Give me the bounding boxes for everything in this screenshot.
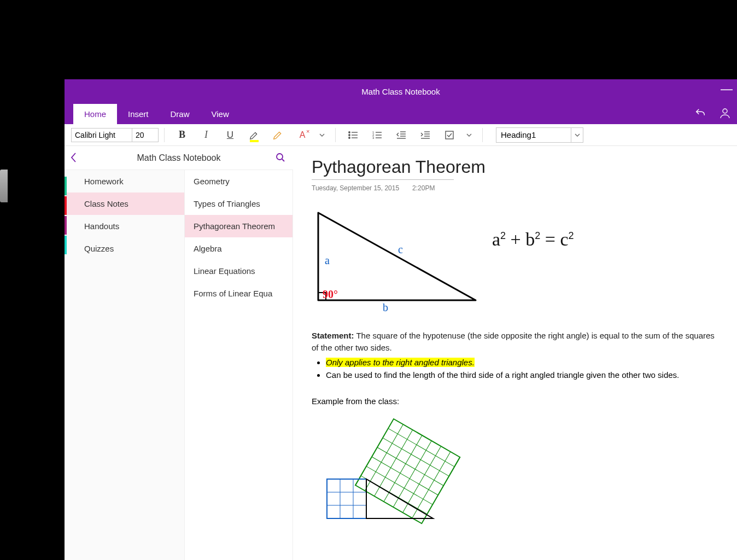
highlighted-text: Only applies to the right angled triangl… bbox=[326, 358, 475, 367]
triangle-label-b: b bbox=[383, 301, 388, 314]
font-more-dropdown[interactable] bbox=[317, 125, 327, 145]
font-name-selector[interactable]: Calibri Light bbox=[71, 128, 132, 142]
paragraph-more-dropdown[interactable] bbox=[464, 125, 475, 145]
svg-rect-38 bbox=[327, 479, 366, 518]
triangle-label-c: c bbox=[398, 243, 403, 256]
bullet-item[interactable]: Can be used to find the length of the th… bbox=[326, 369, 718, 381]
section-tab-color[interactable] bbox=[65, 216, 67, 235]
example-label: Example from the class: bbox=[312, 396, 718, 406]
section-item[interactable]: Homework bbox=[65, 170, 184, 192]
note-time: 2:20PM bbox=[412, 184, 435, 192]
decrease-indent-button[interactable] bbox=[391, 125, 411, 145]
page-item[interactable]: Geometry bbox=[185, 170, 293, 192]
statement-text[interactable]: Statement: The square of the hypotenuse … bbox=[312, 330, 718, 354]
underline-button[interactable]: U bbox=[220, 125, 240, 145]
svg-rect-21 bbox=[446, 131, 453, 139]
account-button[interactable] bbox=[718, 107, 732, 122]
ribbon-tabs: Home Insert Draw View bbox=[65, 103, 737, 124]
svg-rect-25 bbox=[355, 419, 460, 523]
increase-indent-button[interactable] bbox=[416, 125, 435, 145]
todo-tag-button[interactable] bbox=[440, 125, 459, 145]
bulleted-list-button[interactable] bbox=[343, 125, 363, 145]
page-item[interactable]: Forms of Linear Equa bbox=[185, 282, 293, 305]
svg-point-1 bbox=[349, 131, 350, 132]
ribbon: Calibri Light 20 B I U A× bbox=[65, 124, 737, 146]
navigator-title: Math Class Notebook bbox=[137, 153, 221, 163]
section-color-tabs bbox=[65, 177, 67, 254]
triangle-drawing: a b c 90° a2 + b2 = c2 bbox=[312, 207, 718, 322]
italic-button[interactable]: I bbox=[196, 125, 216, 145]
tab-draw[interactable]: Draw bbox=[160, 104, 201, 124]
app-title: Math Class Notebook bbox=[361, 87, 440, 96]
section-tab-color[interactable] bbox=[65, 236, 67, 254]
statement-label: Statement: bbox=[312, 331, 354, 340]
triangle-label-angle: 90° bbox=[323, 288, 338, 301]
page-title[interactable]: Pythagorean Theorem bbox=[312, 157, 718, 177]
svg-line-27 bbox=[375, 430, 413, 496]
bold-button[interactable]: B bbox=[172, 125, 192, 145]
ink-button[interactable] bbox=[268, 125, 288, 145]
section-tab-color[interactable] bbox=[65, 177, 67, 195]
clear-formatting-button[interactable]: A× bbox=[293, 125, 312, 145]
statement-body: The square of the hypotenuse (the side o… bbox=[312, 331, 715, 352]
tab-home[interactable]: Home bbox=[73, 104, 117, 124]
back-button[interactable] bbox=[70, 151, 78, 166]
section-item[interactable]: Quizzes bbox=[65, 237, 184, 260]
bullet-item[interactable]: Only applies to the right angled triangl… bbox=[326, 356, 718, 369]
numbered-list-button[interactable]: 123 bbox=[367, 125, 387, 145]
svg-line-34 bbox=[377, 447, 443, 486]
svg-line-35 bbox=[372, 457, 438, 495]
triangle-label-a: a bbox=[325, 254, 330, 267]
note-date: Tuesday, September 15, 2015 bbox=[312, 184, 399, 192]
section-list: Homework Class Notes Handouts Quizzes bbox=[65, 170, 185, 560]
titlebar: Math Class Notebook — Home Insert Draw V… bbox=[65, 79, 737, 124]
svg-line-31 bbox=[412, 452, 451, 518]
style-selector[interactable]: Heading1 bbox=[496, 127, 571, 143]
onenote-window: Math Class Notebook — Home Insert Draw V… bbox=[65, 79, 737, 560]
page-item[interactable]: Pythagorean Theorem bbox=[185, 215, 293, 237]
svg-point-22 bbox=[277, 154, 283, 160]
svg-line-23 bbox=[282, 159, 284, 161]
tab-view[interactable]: View bbox=[201, 104, 240, 124]
svg-line-30 bbox=[403, 446, 441, 512]
svg-line-32 bbox=[388, 428, 454, 466]
svg-line-26 bbox=[365, 424, 403, 491]
undo-button[interactable] bbox=[694, 107, 706, 121]
svg-point-0 bbox=[723, 109, 727, 113]
formula-ink: a2 + b2 = c2 bbox=[492, 229, 574, 250]
svg-line-33 bbox=[383, 438, 449, 476]
search-button[interactable] bbox=[276, 153, 285, 165]
note-canvas[interactable]: Pythagorean Theorem Tuesday, September 1… bbox=[293, 146, 737, 560]
section-item[interactable]: Handouts bbox=[65, 215, 184, 237]
tab-insert[interactable]: Insert bbox=[117, 104, 160, 124]
section-tab-color[interactable] bbox=[65, 196, 67, 215]
svg-text:3: 3 bbox=[372, 136, 375, 139]
page-item[interactable]: Algebra bbox=[185, 237, 293, 260]
page-item[interactable]: Types of Triangles bbox=[185, 192, 293, 215]
svg-line-29 bbox=[393, 441, 431, 507]
highlight-button[interactable] bbox=[244, 125, 264, 145]
navigator-header: Math Class Notebook bbox=[65, 146, 293, 170]
svg-point-3 bbox=[349, 134, 350, 135]
section-item[interactable]: Class Notes bbox=[65, 192, 184, 215]
example-drawing bbox=[312, 413, 718, 536]
svg-point-5 bbox=[349, 137, 350, 138]
page-list: Geometry Types of Triangles Pythagorean … bbox=[185, 170, 293, 560]
style-dropdown[interactable] bbox=[571, 127, 583, 143]
font-size-selector[interactable]: 20 bbox=[132, 128, 159, 142]
page-item[interactable]: Linear Equations bbox=[185, 260, 293, 282]
svg-line-28 bbox=[384, 435, 422, 501]
